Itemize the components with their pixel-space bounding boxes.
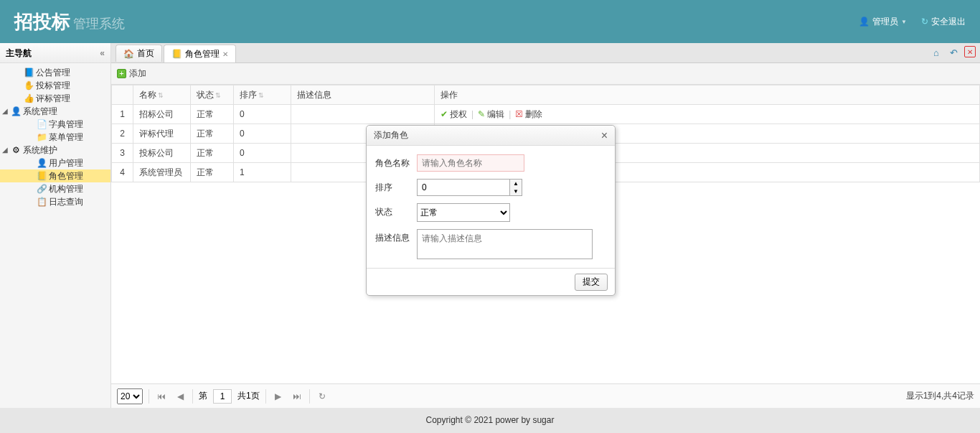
- page-input[interactable]: [213, 389, 232, 404]
- admin-label: 管理员: [872, 16, 898, 28]
- table-header[interactable]: 排序⇅: [234, 85, 291, 105]
- sidebar-item[interactable]: 📄字典管理: [0, 118, 110, 131]
- sidebar-title: 主导航 «: [0, 43, 110, 63]
- sidebar-item-label: 评标管理: [36, 92, 70, 105]
- auth-action[interactable]: ✔授权: [440, 108, 467, 121]
- tree-icon: ✋: [23, 79, 34, 92]
- tab-label: 角色管理: [185, 48, 220, 60]
- logout-button[interactable]: ↻ 安全退出: [921, 16, 966, 28]
- pager-last[interactable]: ⏭: [291, 391, 303, 401]
- footer: Copyright © 2021 power by sugar: [0, 408, 980, 433]
- tree-icon: 🔗: [36, 182, 47, 195]
- tree-icon: 📒: [36, 169, 47, 182]
- sidebar-item[interactable]: ✋投标管理: [0, 79, 110, 92]
- sidebar-item-label: 系统维护: [23, 144, 57, 157]
- spin-down[interactable]: ▼: [510, 187, 522, 195]
- tree-icon: 👤: [36, 157, 47, 169]
- table-header[interactable]: 状态⇅: [191, 85, 234, 105]
- close-icon[interactable]: ×: [601, 129, 608, 142]
- desc-textarea[interactable]: [417, 229, 593, 259]
- sidebar-item[interactable]: 📁菜单管理: [0, 131, 110, 144]
- dialog-title: 添加角色: [374, 129, 408, 141]
- sidebar-item-label: 系统管理: [23, 105, 57, 118]
- status-select[interactable]: 正常: [417, 203, 510, 222]
- role-name-input[interactable]: [417, 154, 524, 172]
- table-header[interactable]: 操作: [435, 85, 980, 105]
- table-header[interactable]: 描述信息: [291, 85, 435, 105]
- table-row[interactable]: 1招标公司正常0✔授权|✎编辑|☒删除: [112, 105, 980, 124]
- admin-menu[interactable]: 👤 管理员 ▼: [859, 16, 907, 28]
- page-size-select[interactable]: 20: [117, 388, 143, 404]
- sidebar-item-label: 字典管理: [49, 118, 83, 131]
- name-label: 角色名称: [375, 154, 417, 169]
- sidebar-item[interactable]: ◢👤系统管理: [0, 105, 110, 118]
- tab-icon: 📒: [171, 49, 182, 59]
- logo: 招投标管理系统: [14, 9, 125, 34]
- sidebar-item-label: 菜单管理: [49, 131, 83, 144]
- logo-main: 招投标: [14, 11, 70, 32]
- pager-next[interactable]: ▶: [272, 391, 285, 401]
- sidebar-item-label: 机构管理: [49, 182, 83, 195]
- close-all-icon[interactable]: ✕: [964, 46, 976, 57]
- sidebar-item-label: 日志查询: [49, 195, 83, 208]
- plus-icon: +: [117, 69, 126, 78]
- pager: 20 ⏮ ◀ 第 共1页 ▶ ⏭ ↻ 显示1到4,共4记录: [111, 383, 980, 408]
- sidebar-item[interactable]: 📒角色管理: [0, 169, 110, 182]
- logout-label: 安全退出: [931, 16, 966, 28]
- tab-bar: 🏠首页📒角色管理✕ ⌂ ↶ ✕: [111, 43, 980, 63]
- sidebar-item-label: 公告管理: [36, 66, 70, 79]
- spin-up[interactable]: ▲: [510, 180, 522, 187]
- app-header: 招投标管理系统 👤 管理员 ▼ ↻ 安全退出: [0, 0, 980, 43]
- sidebar-item-label: 角色管理: [49, 169, 83, 182]
- tree-icon: 📄: [36, 118, 47, 131]
- edit-action[interactable]: ✎编辑: [478, 108, 504, 121]
- sidebar-item-label: 投标管理: [36, 79, 70, 92]
- desc-label: 描述信息: [375, 229, 417, 244]
- tree-icon: 📁: [36, 131, 47, 144]
- logo-sub: 管理系统: [73, 17, 125, 31]
- logout-icon: ↻: [921, 17, 928, 27]
- status-label: 状态: [375, 203, 417, 218]
- add-role-dialog: 添加角色 × 角色名称 排序 ▲▼ 状态 正常 描述信息 提交: [366, 125, 616, 296]
- sidebar-item[interactable]: 📘公告管理: [0, 66, 110, 79]
- tree-icon: 📘: [23, 66, 34, 79]
- pager-prev[interactable]: ◀: [174, 391, 187, 401]
- collapse-icon[interactable]: «: [100, 43, 105, 63]
- toolbar: + 添加: [111, 63, 980, 85]
- tree-icon: 👤: [10, 105, 22, 118]
- tree-icon: ⚙: [10, 144, 22, 157]
- tab-close-icon[interactable]: ✕: [222, 50, 228, 58]
- sidebar-item-label: 用户管理: [49, 157, 83, 169]
- user-icon: 👤: [859, 17, 870, 27]
- sidebar-item[interactable]: 🔗机构管理: [0, 182, 110, 195]
- sort-label: 排序: [375, 179, 417, 194]
- delete-action[interactable]: ☒删除: [515, 108, 542, 121]
- sidebar-item[interactable]: ◢⚙系统维护: [0, 144, 110, 157]
- tab[interactable]: 📒角色管理✕: [164, 45, 236, 62]
- table-header[interactable]: 名称⇅: [133, 85, 191, 105]
- pager-info: 显示1到4,共4记录: [906, 390, 974, 402]
- tree-icon: 👍: [23, 92, 34, 105]
- tab-icon: 🏠: [123, 49, 134, 59]
- tab-label: 首页: [137, 47, 154, 60]
- add-button[interactable]: + 添加: [117, 67, 146, 80]
- sidebar: 主导航 « 📘公告管理✋投标管理👍评标管理◢👤系统管理📄字典管理📁菜单管理◢⚙系…: [0, 43, 111, 408]
- pager-first[interactable]: ⏮: [155, 391, 168, 401]
- tree-icon: 📋: [36, 195, 47, 208]
- sidebar-item[interactable]: 👤用户管理: [0, 157, 110, 169]
- sidebar-item[interactable]: 📋日志查询: [0, 195, 110, 208]
- home-icon[interactable]: ⌂: [930, 46, 943, 59]
- chevron-down-icon: ▼: [901, 19, 907, 25]
- table-header[interactable]: [112, 85, 133, 105]
- back-icon[interactable]: ↶: [947, 46, 960, 59]
- sort-input[interactable]: [417, 179, 510, 196]
- sidebar-item[interactable]: 👍评标管理: [0, 92, 110, 105]
- dialog-title-bar[interactable]: 添加角色 ×: [367, 126, 615, 146]
- pager-refresh[interactable]: ↻: [316, 391, 329, 401]
- submit-button[interactable]: 提交: [575, 274, 608, 291]
- tab[interactable]: 🏠首页: [116, 45, 162, 62]
